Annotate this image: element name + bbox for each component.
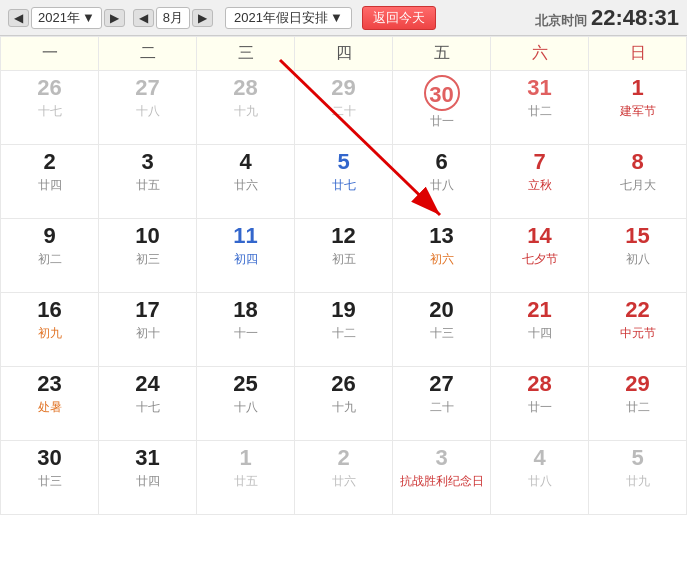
month-next-btn[interactable]: ▶ xyxy=(192,9,213,27)
day-subtitle: 廿四 xyxy=(5,177,94,194)
day-number: 20 xyxy=(397,297,486,323)
calendar-cell-r4c4[interactable]: 27二十 xyxy=(393,367,491,441)
calendar-cell-r2c1[interactable]: 10初三 xyxy=(99,219,197,293)
day-subtitle: 十一 xyxy=(201,325,290,342)
calendar-cell-r5c2[interactable]: 1廿五 xyxy=(197,441,295,515)
calendar-cell-r0c6[interactable]: 1建军节 xyxy=(589,71,687,145)
weekday-header-0: 一 xyxy=(1,37,99,71)
calendar-cell-r2c3[interactable]: 12初五 xyxy=(295,219,393,293)
year-next-btn[interactable]: ▶ xyxy=(104,9,125,27)
year-selector[interactable]: 2021年 ▼ xyxy=(31,7,102,29)
day-number: 25 xyxy=(201,371,290,397)
calendar-cell-r1c1[interactable]: 3廿五 xyxy=(99,145,197,219)
calendar-cell-r3c2[interactable]: 18十一 xyxy=(197,293,295,367)
calendar-cell-r5c1[interactable]: 31廿四 xyxy=(99,441,197,515)
calendar-cell-r1c0[interactable]: 2廿四 xyxy=(1,145,99,219)
day-subtitle: 十八 xyxy=(201,399,290,416)
day-subtitle: 廿二 xyxy=(593,399,682,416)
day-subtitle: 十八 xyxy=(103,103,192,120)
calendar-cell-r3c0[interactable]: 16初九 xyxy=(1,293,99,367)
calendar-cell-r4c0[interactable]: 23处暑 xyxy=(1,367,99,441)
day-number: 30 xyxy=(5,445,94,471)
day-number: 26 xyxy=(299,371,388,397)
time-value: 22:48:31 xyxy=(591,5,679,30)
calendar-cell-r3c6[interactable]: 22中元节 xyxy=(589,293,687,367)
day-subtitle: 初十 xyxy=(103,325,192,342)
day-number: 12 xyxy=(299,223,388,249)
day-number: 5 xyxy=(299,149,388,175)
calendar-cell-r0c2[interactable]: 28十九 xyxy=(197,71,295,145)
day-subtitle: 廿一 xyxy=(397,113,486,130)
month-value: 8月 xyxy=(163,10,183,25)
calendar-cell-r0c0[interactable]: 26十七 xyxy=(1,71,99,145)
calendar-cell-r5c6[interactable]: 5廿九 xyxy=(589,441,687,515)
calendar-cell-r2c2[interactable]: 11初四 xyxy=(197,219,295,293)
calendar-cell-r4c1[interactable]: 24十七 xyxy=(99,367,197,441)
calendar-cell-r4c5[interactable]: 28廿一 xyxy=(491,367,589,441)
calendar-cell-r1c6[interactable]: 8七月大 xyxy=(589,145,687,219)
calendar-cell-r1c3[interactable]: 5廿七 xyxy=(295,145,393,219)
calendar-cell-r4c6[interactable]: 29廿二 xyxy=(589,367,687,441)
day-number: 2 xyxy=(5,149,94,175)
day-subtitle: 七夕节 xyxy=(495,251,584,268)
calendar-cell-r5c3[interactable]: 2廿六 xyxy=(295,441,393,515)
calendar-cell-r0c5[interactable]: 31廿二 xyxy=(491,71,589,145)
day-subtitle: 二十 xyxy=(299,103,388,120)
month-prev-btn[interactable]: ◀ xyxy=(133,9,154,27)
year-dropdown-icon: ▼ xyxy=(82,10,95,25)
day-subtitle: 初三 xyxy=(103,251,192,268)
calendar-cell-r3c1[interactable]: 17初十 xyxy=(99,293,197,367)
calendar-cell-r3c3[interactable]: 19十二 xyxy=(295,293,393,367)
calendar-cell-r2c5[interactable]: 14七夕节 xyxy=(491,219,589,293)
calendar-cell-r5c4[interactable]: 3抗战胜利纪念日 xyxy=(393,441,491,515)
day-number: 1 xyxy=(201,445,290,471)
day-subtitle: 十九 xyxy=(201,103,290,120)
day-number: 28 xyxy=(201,75,290,101)
day-subtitle: 廿七 xyxy=(299,177,388,194)
day-subtitle: 廿五 xyxy=(103,177,192,194)
month-navigation: ◀ 8月 ▶ xyxy=(133,7,213,29)
calendar-cell-r1c5[interactable]: 7立秋 xyxy=(491,145,589,219)
day-number: 27 xyxy=(103,75,192,101)
calendar-cell-r4c3[interactable]: 26十九 xyxy=(295,367,393,441)
return-today-btn[interactable]: 返回今天 xyxy=(362,6,436,30)
weekday-header-5: 六 xyxy=(491,37,589,71)
day-number: 9 xyxy=(5,223,94,249)
day-number: 27 xyxy=(397,371,486,397)
day-subtitle: 二十 xyxy=(397,399,486,416)
day-number: 4 xyxy=(495,445,584,471)
calendar-cell-r3c4[interactable]: 20十三 xyxy=(393,293,491,367)
day-subtitle: 七月大 xyxy=(593,177,682,194)
day-number: 18 xyxy=(201,297,290,323)
calendar-cell-r5c5[interactable]: 4廿八 xyxy=(491,441,589,515)
day-subtitle: 初四 xyxy=(201,251,290,268)
day-subtitle: 初五 xyxy=(299,251,388,268)
day-subtitle: 立秋 xyxy=(495,177,584,194)
calendar-cell-r5c0[interactable]: 30廿三 xyxy=(1,441,99,515)
day-number: 14 xyxy=(495,223,584,249)
calendar-cell-r3c5[interactable]: 21十四 xyxy=(491,293,589,367)
calendar-cell-r0c4[interactable]: 30廿一 xyxy=(393,71,491,145)
day-number: 1 xyxy=(593,75,682,101)
calendar-cell-r1c4[interactable]: 6廿八 xyxy=(393,145,491,219)
calendar-cell-r0c3[interactable]: 29二十 xyxy=(295,71,393,145)
weekday-header-1: 二 xyxy=(99,37,197,71)
day-number: 8 xyxy=(593,149,682,175)
calendar-cell-r2c4[interactable]: 13初六 xyxy=(393,219,491,293)
day-number: 10 xyxy=(103,223,192,249)
day-subtitle: 十二 xyxy=(299,325,388,342)
calendar-cell-r2c0[interactable]: 9初二 xyxy=(1,219,99,293)
day-number: 15 xyxy=(593,223,682,249)
month-selector[interactable]: 8月 xyxy=(156,7,190,29)
calendar-cell-r1c2[interactable]: 4廿六 xyxy=(197,145,295,219)
calendar-cell-r0c1[interactable]: 27十八 xyxy=(99,71,197,145)
calendar-cell-r4c2[interactable]: 25十八 xyxy=(197,367,295,441)
year-navigation: ◀ 2021年 ▼ ▶ xyxy=(8,7,125,29)
day-number: 21 xyxy=(495,297,584,323)
year-prev-btn[interactable]: ◀ xyxy=(8,9,29,27)
calendar-cell-r2c6[interactable]: 15初八 xyxy=(589,219,687,293)
holiday-schedule-btn[interactable]: 2021年假日安排 ▼ xyxy=(225,7,352,29)
weekday-header-4: 五 xyxy=(393,37,491,71)
holiday-label: 2021年假日安排 xyxy=(234,9,328,27)
day-subtitle: 廿一 xyxy=(495,399,584,416)
